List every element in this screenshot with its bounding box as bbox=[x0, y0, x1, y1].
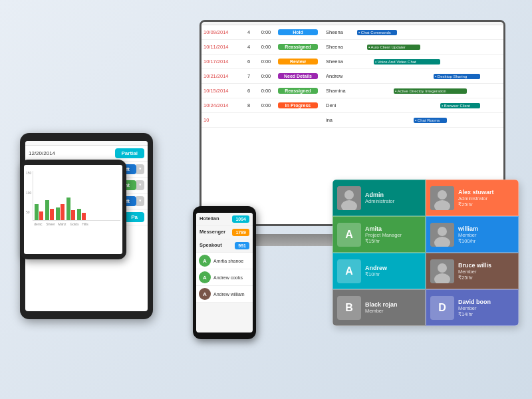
team-member-rate: ₹25/hr bbox=[458, 201, 514, 207]
gantt-date: 10 bbox=[201, 117, 241, 123]
invoice-status-btn[interactable]: Partial bbox=[115, 148, 144, 158]
gantt-bar-area: ▪ Voice And Video Chat bbox=[354, 55, 503, 68]
bar-chart: demcSheerMahzGoldsHills bbox=[33, 171, 120, 226]
phone-contact-row: A Amrtia shanoe bbox=[196, 253, 253, 269]
gantt-status: Hold bbox=[276, 29, 324, 35]
team-member-name: Bruce willis bbox=[458, 262, 514, 269]
gantt-bar: ▪ Chat Rooms bbox=[414, 118, 447, 123]
phone-contact-row: A Andrew william bbox=[196, 286, 253, 303]
gantt-bar: ▪ Active Directoy Integeration bbox=[394, 88, 467, 94]
svg-point-7 bbox=[438, 227, 447, 236]
phone-screen: Hotelian 1094 Messenger 1789 Speakout 99… bbox=[196, 213, 253, 332]
team-member-role: Member bbox=[458, 305, 514, 311]
gantt-actual: 0:00 bbox=[256, 44, 276, 50]
metric-label: Speakout bbox=[200, 242, 222, 249]
gantt-row: 10/09/2014 4 0:00 Hold Sheena ▪ Chat Com… bbox=[201, 25, 503, 40]
contact-avatar: A bbox=[199, 288, 211, 300]
team-photo-avatar bbox=[337, 186, 361, 210]
team-card[interactable]: Admin Administrator bbox=[332, 180, 426, 216]
team-member-role: Administrator bbox=[365, 198, 421, 204]
gantt-actual: 0:00 bbox=[256, 88, 276, 94]
bar-group bbox=[66, 198, 75, 220]
gantt-actual: 0:00 bbox=[256, 73, 276, 79]
gantt-est: 7 bbox=[241, 73, 256, 79]
gantt-row: 10/24/2014 8 0:00 In Progress Deni ▪ Bro… bbox=[201, 98, 503, 113]
bar-billable bbox=[45, 200, 49, 220]
gantt-est: 6 bbox=[241, 88, 256, 94]
gantt-bar-area: ▪ Chat Rooms bbox=[354, 113, 503, 127]
bar-non-billable bbox=[82, 213, 86, 220]
invoice-status-btn[interactable]: Pa bbox=[124, 212, 144, 222]
tablet-header bbox=[25, 141, 148, 146]
gantt-bar: ▪ Voice And Video Chat bbox=[374, 59, 440, 65]
gantt-actual: 0:00 bbox=[256, 102, 276, 108]
team-member-name: Black rojan bbox=[365, 301, 421, 308]
chart-bars bbox=[33, 171, 120, 221]
bar-billable bbox=[66, 198, 70, 220]
team-card[interactable]: A Amita Project Manager ₹15/hr bbox=[332, 216, 426, 253]
gantt-date: 10/15/2014 bbox=[201, 88, 241, 94]
team-card[interactable]: B Black rojan Member bbox=[332, 289, 426, 326]
gantt-assignee: Shamina bbox=[324, 88, 354, 94]
gantt-actual: 0:00 bbox=[256, 59, 276, 65]
gantt-status: In Progress bbox=[276, 102, 324, 108]
bar-billable bbox=[56, 207, 60, 220]
team-card[interactable]: Alex stuwart Administrator ₹25/hr bbox=[426, 180, 519, 216]
gantt-assignee: Sheena bbox=[324, 44, 354, 50]
gantt-est: 4 bbox=[241, 44, 256, 50]
team-member-name: Andrew bbox=[365, 265, 421, 271]
bar-group bbox=[56, 204, 65, 220]
team-member-name: Alex stuwart bbox=[458, 189, 514, 196]
team-member-info: Admin Administrator bbox=[365, 192, 421, 204]
gantt-date: 10/24/2014 bbox=[201, 102, 241, 108]
gantt-assignee: Deni bbox=[324, 102, 354, 108]
gantt-est: 4 bbox=[241, 29, 256, 35]
gantt-bar-area: ▪ Browser Client bbox=[354, 98, 503, 112]
team-card[interactable]: D David boon Member ₹14/hr bbox=[426, 289, 519, 326]
team-grid: Admin Administrator Alex stuwart Adminis… bbox=[332, 180, 519, 326]
team-member-role: Member bbox=[458, 232, 514, 238]
team-card[interactable]: Bruce willis Member ₹25/hr bbox=[426, 253, 519, 289]
team-initial-avatar: A bbox=[337, 223, 361, 247]
chart-frame: 150 100 50 demcSheerMahzGoldsHills bbox=[20, 160, 126, 259]
gantt-bar: ▪ Desktop Sharing bbox=[434, 74, 480, 79]
status-button-group: Pa bbox=[124, 212, 144, 222]
contact-name: Andrew cooks bbox=[213, 275, 243, 280]
gantt-status: Reassigned bbox=[276, 88, 324, 94]
bar-group bbox=[45, 200, 54, 220]
x-label: Sheer bbox=[46, 222, 57, 226]
invoice-date: 12/20/2014 bbox=[29, 150, 55, 156]
team-card[interactable]: A Andrew ₹10/hr bbox=[332, 253, 426, 289]
gantt-bar-area: ▪ Desktop Sharing bbox=[354, 69, 503, 83]
phone-contacts: A Amrtia shanoe A Andrew cooks A Andrew … bbox=[196, 253, 253, 303]
bar-non-billable bbox=[39, 211, 43, 220]
dropdown-arrow[interactable]: ▾ bbox=[136, 164, 144, 174]
team-card[interactable]: william Member ₹100/hr bbox=[426, 216, 519, 253]
dropdown-arrow[interactable]: ▾ bbox=[136, 180, 144, 190]
team-member-info: Bruce willis Member ₹25/hr bbox=[458, 262, 514, 281]
team-member-name: Amita bbox=[365, 225, 421, 232]
status-badge: Review bbox=[278, 59, 318, 65]
phone-metrics: Hotelian 1094 Messenger 1789 Speakout 99… bbox=[196, 213, 253, 253]
gantt-row: 10/15/2014 6 0:00 Reassigned Shamina ▪ A… bbox=[201, 84, 503, 98]
gantt-status: Review bbox=[276, 59, 324, 65]
metric-value: 1094 bbox=[232, 215, 249, 223]
contact-avatar: A bbox=[199, 271, 211, 283]
gantt-assignee: Sheena bbox=[324, 59, 354, 65]
phone-metric-row: Speakout 991 bbox=[196, 239, 253, 253]
metric-value: 1789 bbox=[232, 229, 249, 236]
team-member-info: David boon Member ₹14/hr bbox=[458, 299, 514, 317]
team-member-name: Admin bbox=[365, 192, 421, 198]
chart-container: 150 100 50 demcSheerMahzGoldsHills bbox=[26, 171, 120, 226]
status-badge: Hold bbox=[278, 29, 318, 35]
team-photo-avatar bbox=[430, 186, 454, 210]
gantt-assignee: Sheena bbox=[324, 29, 354, 35]
team-member-rate: ₹15/hr bbox=[365, 238, 421, 244]
team-member-info: Amita Project Manager ₹15/hr bbox=[365, 225, 421, 244]
x-label: Mahz bbox=[58, 222, 68, 226]
phone-frame: Hotelian 1094 Messenger 1789 Speakout 99… bbox=[193, 206, 256, 339]
gantt-bar: ▪ Auto Client Updater bbox=[367, 45, 420, 50]
gantt-date: 10/21/2014 bbox=[201, 73, 241, 79]
dropdown-arrow[interactable]: ▾ bbox=[136, 196, 144, 206]
metric-value: 991 bbox=[235, 242, 249, 249]
